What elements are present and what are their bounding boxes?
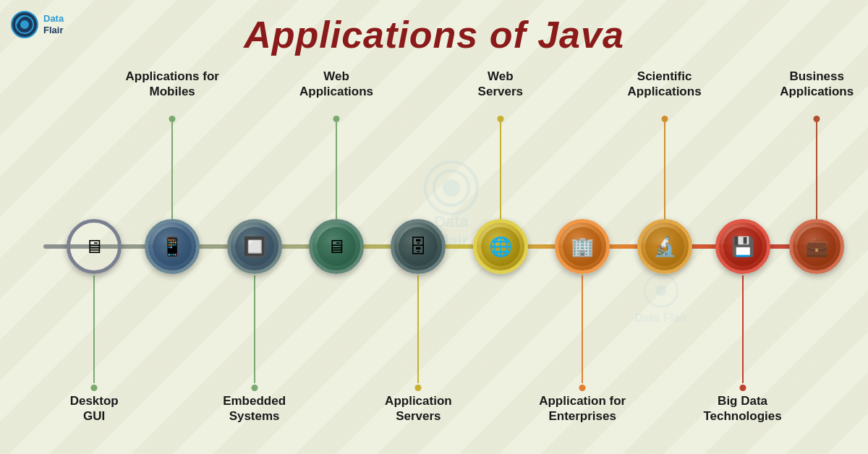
line-below-9: [742, 275, 744, 383]
line-below-1: [93, 275, 95, 383]
dot-above-8: [661, 116, 668, 122]
label-4: WebApplications: [299, 69, 373, 100]
line-above-6: [500, 119, 501, 219]
main-container: Data Flair Applications of Java DataFlai…: [0, 0, 868, 454]
dot-below-3: [251, 385, 258, 391]
node-9: 💾: [715, 219, 770, 274]
dot-below-1: [91, 385, 98, 391]
node-4: 🖥: [309, 219, 364, 274]
label-10: BusinessApplications: [780, 69, 854, 100]
node-8: 🔬: [637, 219, 692, 274]
svg-point-4: [434, 171, 469, 205]
label-2: Applications forMobiles: [125, 69, 218, 100]
dot-above-10: [814, 116, 820, 122]
svg-point-3: [425, 162, 477, 214]
line-above-4: [336, 119, 337, 219]
line-below-3: [254, 275, 255, 383]
node-7: 🏢: [555, 219, 610, 274]
label-5: ApplicationServers: [385, 393, 452, 424]
svg-point-7: [656, 285, 667, 296]
svg-point-5: [443, 179, 460, 197]
watermark-2: Data Flair: [625, 273, 697, 325]
dot-above-2: [169, 116, 176, 122]
dot-below-7: [579, 385, 586, 391]
line-above-8: [664, 119, 665, 219]
dot-below-5: [415, 385, 422, 391]
line-below-7: [582, 275, 583, 383]
dot-above-6: [497, 116, 503, 122]
label-6: WebServers: [478, 69, 523, 100]
node-3: 🔲: [227, 219, 282, 274]
label-9: Big DataTechnologies: [703, 393, 781, 424]
page-title: Applications of Java: [0, 13, 868, 56]
label-7: Application forEnterprises: [539, 393, 626, 424]
label-1: DesktopGUI: [70, 393, 119, 424]
line-above-2: [171, 119, 173, 219]
line-below-5: [417, 275, 419, 383]
label-8: ScientificApplications: [628, 69, 702, 100]
dot-below-9: [739, 385, 746, 391]
svg-point-6: [645, 274, 678, 307]
node-5: 🗄: [391, 219, 446, 274]
node-1: 🖥: [67, 219, 122, 274]
label-3: EmbeddedSystems: [223, 393, 286, 424]
line-above-10: [816, 119, 817, 219]
dot-above-4: [333, 116, 340, 122]
node-6: 🌐: [473, 219, 528, 274]
node-10: 💼: [789, 219, 844, 274]
node-2: 📱: [145, 219, 200, 274]
